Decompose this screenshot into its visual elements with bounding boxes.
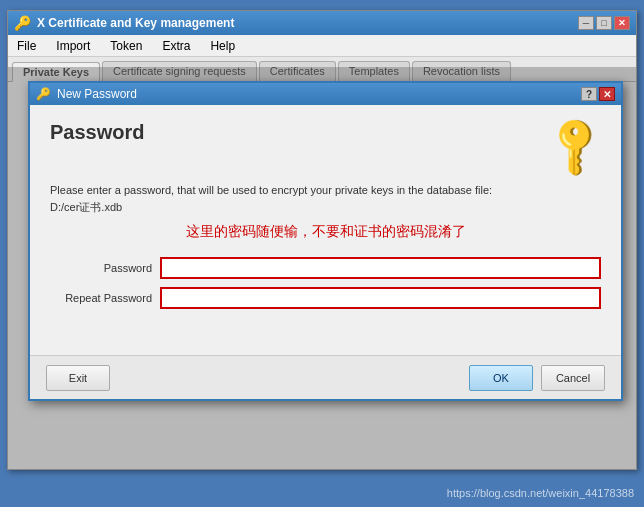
repeat-password-label: Repeat Password (50, 292, 160, 304)
watermark: https://blog.csdn.net/weixin_44178388 (447, 487, 634, 499)
dialog-title-label: New Password (57, 87, 137, 101)
menu-bar: File Import Token Extra Help (8, 35, 636, 57)
dialog-title-bar: 🔑 New Password ? ✕ (30, 83, 621, 105)
annotation-text: 这里的密码随便输，不要和证书的密码混淆了 (50, 223, 601, 241)
menu-extra[interactable]: Extra (157, 38, 195, 54)
dialog-left-buttons: Exit (46, 365, 110, 391)
menu-help[interactable]: Help (205, 38, 240, 54)
close-button[interactable]: ✕ (614, 16, 630, 30)
dialog-description: Please enter a password, that will be us… (50, 182, 601, 215)
ok-button[interactable]: OK (469, 365, 533, 391)
repeat-password-input[interactable] (160, 287, 601, 309)
dialog-icon: 🔑 (36, 87, 51, 101)
new-password-dialog: 🔑 New Password ? ✕ Password 🔑 Please ent… (28, 81, 623, 401)
tab-private-keys[interactable]: Private Keys (12, 62, 100, 82)
cancel-button[interactable]: Cancel (541, 365, 605, 391)
menu-import[interactable]: Import (51, 38, 95, 54)
dialog-title-left: 🔑 New Password (36, 87, 137, 101)
description-line1: Please enter a password, that will be us… (50, 184, 492, 196)
title-bar-left: 🔑 X Certificate and Key management (14, 15, 234, 31)
window-title: X Certificate and Key management (37, 16, 234, 30)
tab-csr[interactable]: Certificate signing requests (102, 61, 257, 81)
dialog-header: Password 🔑 (50, 121, 601, 170)
title-bar: 🔑 X Certificate and Key management ─ □ ✕ (8, 11, 636, 35)
dialog-close-button[interactable]: ✕ (599, 87, 615, 101)
dialog-header-title: Password (50, 121, 144, 144)
dialog-controls: ? ✕ (581, 87, 615, 101)
app-icon: 🔑 (14, 15, 31, 31)
dialog-button-bar: Exit OK Cancel (30, 355, 621, 399)
dialog-content: Password 🔑 Please enter a password, that… (30, 105, 621, 333)
description-line2: D:/cer证书.xdb (50, 201, 122, 213)
menu-file[interactable]: File (12, 38, 41, 54)
minimize-button[interactable]: ─ (578, 16, 594, 30)
password-row: Password (50, 257, 601, 279)
password-input[interactable] (160, 257, 601, 279)
key-icon: 🔑 (539, 110, 610, 181)
repeat-password-row: Repeat Password (50, 287, 601, 309)
dialog-right-buttons: OK Cancel (469, 365, 605, 391)
tab-revocation[interactable]: Revocation lists (412, 61, 511, 81)
menu-token[interactable]: Token (105, 38, 147, 54)
exit-button[interactable]: Exit (46, 365, 110, 391)
maximize-button[interactable]: □ (596, 16, 612, 30)
title-bar-controls: ─ □ ✕ (578, 16, 630, 30)
tab-certificates[interactable]: Certificates (259, 61, 336, 81)
tab-templates[interactable]: Templates (338, 61, 410, 81)
dialog-help-button[interactable]: ? (581, 87, 597, 101)
tab-bar: Private Keys Certificate signing request… (8, 57, 636, 82)
main-window: 🔑 X Certificate and Key management ─ □ ✕… (7, 10, 637, 470)
password-label: Password (50, 262, 160, 274)
